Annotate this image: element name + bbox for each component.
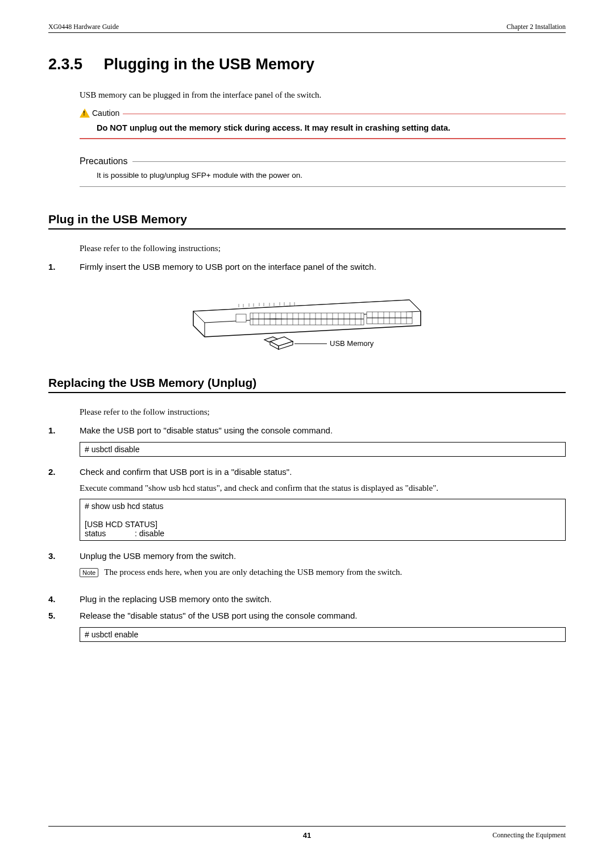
note-icon: Note <box>80 568 98 577</box>
precautions-label: Precautions <box>80 156 128 166</box>
plug-step-1: 1. Firmly insert the USB memory to USB p… <box>48 262 566 272</box>
replace-step-2-sub: Execute command "show usb hcd status", a… <box>80 483 566 493</box>
header-left: XG0448 Hardware Guide <box>48 23 119 31</box>
code-usbctl-disable: # usbctl disable <box>80 442 566 457</box>
step-text: Check and confirm that USB port is in a … <box>80 467 292 477</box>
section-title-text: Plugging in the USB Memory <box>104 56 315 73</box>
step-text: Plug in the replacing USB memory onto th… <box>80 594 272 604</box>
figure-usb-label: USB Memory <box>330 339 374 348</box>
replace-step-1: 1. Make the USB port to "disable status"… <box>48 425 566 435</box>
replace-step-5: 5. Release the "disable status" of the U… <box>48 611 566 620</box>
caution-box: Caution Do NOT unplug out the memory sti… <box>80 108 566 139</box>
step-number: 5. <box>48 611 80 620</box>
replace-step-2: 2. Check and confirm that USB port is in… <box>48 467 566 477</box>
page-footer: 41 Connecting the Equipment <box>48 826 566 840</box>
caution-text: Do NOT unplug out the memory stick durin… <box>80 118 566 139</box>
precautions-divider <box>132 161 566 162</box>
svg-rect-5 <box>250 319 364 325</box>
page-header: XG0448 Hardware Guide Chapter 2 Installa… <box>48 23 566 33</box>
precautions-text: It is possible to plug/unplug SFP+ modul… <box>80 166 566 187</box>
footer-section: Connecting the Equipment <box>492 831 566 840</box>
step-text: Release the "disable status" of the USB … <box>80 611 357 620</box>
step-number: 4. <box>48 594 80 604</box>
precautions-box: Precautions It is possible to plug/unplu… <box>80 156 566 187</box>
replace-step-4: 4. Plug in the replacing USB memory onto… <box>48 594 566 604</box>
svg-rect-4 <box>250 313 364 319</box>
caution-label: Caution <box>92 108 119 118</box>
switch-figure: USB Memory <box>48 280 566 356</box>
section-title: 2.3.5 Plugging in the USB Memory <box>48 56 566 73</box>
code-usbctl-enable: # usbctl enable <box>80 627 566 642</box>
subsection-plug-intro: Please refer to the following instructio… <box>80 244 566 253</box>
step-text: Unplug the USB memory from the switch. <box>80 551 236 561</box>
step-text: Make the USB port to "disable status" us… <box>80 425 333 435</box>
step-number: 3. <box>48 551 80 561</box>
caution-icon <box>80 108 90 118</box>
section-number: 2.3.5 <box>48 56 99 73</box>
step-number: 2. <box>48 467 80 477</box>
step-number: 1. <box>48 262 80 272</box>
step-number: 1. <box>48 425 80 435</box>
subsection-replace-intro: Please refer to the follow instructions; <box>80 407 566 417</box>
section-intro: USB memory can be plugged in from the in… <box>80 90 566 100</box>
page-number: 41 <box>303 831 311 840</box>
replace-step-3: 3. Unplug the USB memory from the switch… <box>48 551 566 561</box>
switch-illustration: USB Memory <box>182 280 432 354</box>
caution-divider <box>123 114 566 114</box>
svg-rect-3 <box>236 314 246 322</box>
code-show-usb-status: # show usb hcd status [USB HCD STATUS] s… <box>80 499 566 541</box>
header-right: Chapter 2 Installation <box>507 23 566 31</box>
note-text: The process ends here, when you are only… <box>104 567 402 577</box>
note-row: Note The process ends here, when you are… <box>80 567 566 577</box>
subsection-replace-title: Replacing the USB Memory (Unplug) <box>48 376 566 393</box>
step-text: Firmly insert the USB memory to USB port… <box>80 262 376 272</box>
subsection-plug-title: Plug in the USB Memory <box>48 212 566 229</box>
